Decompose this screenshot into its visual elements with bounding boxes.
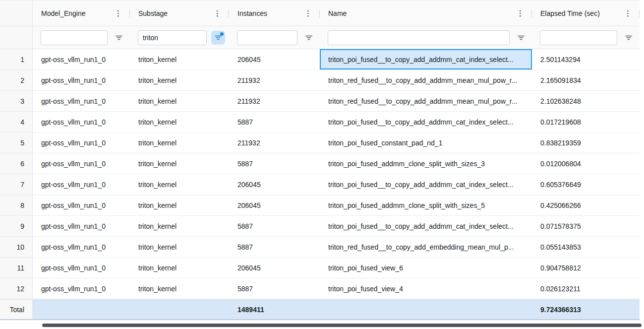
column-header-elapsed-time[interactable]: Elapsed Time (sec) ⋮ xyxy=(532,0,640,26)
row-number: 10 xyxy=(0,237,33,257)
cell-instances[interactable]: 211932 xyxy=(229,91,320,111)
cell-substage[interactable]: triton_kernel xyxy=(130,237,229,257)
name-filter-input[interactable] xyxy=(328,30,510,45)
cell-model-engine[interactable]: gpt-oss_vllm_run1_0 xyxy=(33,216,130,236)
funnel-icon xyxy=(214,34,222,42)
filter-icon-button[interactable] xyxy=(622,31,636,45)
cell-model-engine[interactable]: gpt-oss_vllm_run1_0 xyxy=(33,153,130,174)
cell-name[interactable]: triton_poi_fused_addmm_clone_split_with_… xyxy=(320,195,532,215)
table-row: 11 gpt-oss_vllm_run1_0 triton_kernel 206… xyxy=(0,258,640,278)
cell-model-engine[interactable]: gpt-oss_vllm_run1_0 xyxy=(33,174,130,195)
column-menu-icon[interactable]: ⋮ xyxy=(112,9,125,17)
cell-instances[interactable]: 5887 xyxy=(229,278,320,299)
cell-instances[interactable]: 206045 xyxy=(229,49,320,69)
cell-elapsed-time[interactable]: 2.165091834 xyxy=(532,70,640,90)
cell-model-engine[interactable]: gpt-oss_vllm_run1_0 xyxy=(33,91,130,111)
table-row: 10 gpt-oss_vllm_run1_0 triton_kernel 588… xyxy=(0,237,640,258)
model-engine-filter-input[interactable] xyxy=(41,30,108,45)
column-header-name[interactable]: Name ⋮ xyxy=(320,0,532,26)
cell-model-engine[interactable]: gpt-oss_vllm_run1_0 xyxy=(33,237,130,257)
instances-filter-input[interactable] xyxy=(237,30,297,45)
cell-substage[interactable]: triton_kernel xyxy=(130,195,229,215)
cell-elapsed-time[interactable]: 0.838219359 xyxy=(532,132,640,153)
cell-name[interactable]: triton_poi_fused__to_copy_add_addmm_cat_… xyxy=(320,174,532,195)
cell-name[interactable]: triton_poi_fused__to_copy_add_addmm_cat_… xyxy=(320,49,532,69)
cell-substage[interactable]: triton_kernel xyxy=(130,216,229,236)
cell-model-engine[interactable]: gpt-oss_vllm_run1_0 xyxy=(33,258,130,278)
cell-elapsed-time[interactable]: 0.026123211 xyxy=(532,278,640,299)
cell-substage[interactable]: triton_kernel xyxy=(130,153,229,174)
column-label: Elapsed Time (sec) xyxy=(540,9,621,17)
filter-icon-button[interactable] xyxy=(112,31,126,45)
column-header-substage[interactable]: Substage ⋮ xyxy=(130,0,229,26)
total-instances: 1489411 xyxy=(229,300,320,319)
row-number: 5 xyxy=(0,132,33,153)
cell-instances[interactable]: 5887 xyxy=(229,216,320,236)
elapsed-time-filter-input[interactable] xyxy=(540,30,617,45)
filter-icon-button[interactable] xyxy=(302,31,316,45)
horizontal-scrollbar[interactable] xyxy=(42,324,642,327)
total-elapsed-time: 9.724366313 xyxy=(532,300,640,319)
filter-icon-button-active[interactable] xyxy=(211,31,225,45)
cell-name[interactable]: triton_poi_fused_constant_pad_nd_1 xyxy=(320,132,532,153)
cell-instances[interactable]: 211932 xyxy=(229,70,320,90)
column-header-model-engine[interactable]: Model_Engine ⋮ xyxy=(33,0,130,26)
cell-substage[interactable]: triton_kernel xyxy=(130,132,229,153)
cell-instances[interactable]: 206045 xyxy=(229,174,320,195)
column-headers: Model_Engine ⋮ Substage ⋮ Instances ⋮ Na… xyxy=(0,0,640,26)
row-number: 12 xyxy=(0,278,33,299)
row-number: 2 xyxy=(0,70,33,90)
cell-instances[interactable]: 5887 xyxy=(229,153,320,174)
cell-name[interactable]: triton_red_fused__to_copy_add_embedding_… xyxy=(320,237,532,257)
cell-model-engine[interactable]: gpt-oss_vllm_run1_0 xyxy=(33,132,130,153)
table-row: 6 gpt-oss_vllm_run1_0 triton_kernel 5887… xyxy=(0,153,640,174)
cell-name[interactable]: triton_poi_fused__to_copy_add_addmm_cat_… xyxy=(320,216,532,236)
cell-elapsed-time[interactable]: 0.605376649 xyxy=(532,174,640,195)
cell-model-engine[interactable]: gpt-oss_vllm_run1_0 xyxy=(33,49,130,69)
column-menu-icon[interactable]: ⋮ xyxy=(301,9,315,17)
substage-filter-input[interactable] xyxy=(138,30,207,45)
cell-substage[interactable]: triton_kernel xyxy=(130,112,229,132)
cell-instances[interactable]: 5887 xyxy=(229,237,320,257)
column-menu-icon[interactable]: ⋮ xyxy=(621,9,635,17)
cell-name[interactable]: triton_poi_fused_view_6 xyxy=(320,258,532,278)
cell-name[interactable]: triton_poi_fused_addmm_clone_split_with_… xyxy=(320,153,532,174)
table-row: 3 gpt-oss_vllm_run1_0 triton_kernel 2119… xyxy=(0,91,640,112)
cell-substage[interactable]: triton_kernel xyxy=(130,278,229,299)
funnel-icon xyxy=(517,34,525,42)
table-row: 8 gpt-oss_vllm_run1_0 triton_kernel 2060… xyxy=(0,195,640,216)
cell-substage[interactable]: triton_kernel xyxy=(130,258,229,278)
cell-substage[interactable]: triton_kernel xyxy=(130,70,229,90)
cell-model-engine[interactable]: gpt-oss_vllm_run1_0 xyxy=(33,70,130,90)
cell-model-engine[interactable]: gpt-oss_vllm_run1_0 xyxy=(33,278,130,299)
total-spacer-substage xyxy=(130,300,229,319)
cell-model-engine[interactable]: gpt-oss_vllm_run1_0 xyxy=(33,112,130,132)
filter-icon-button[interactable] xyxy=(514,31,528,45)
cell-name[interactable]: triton_poi_fused__to_copy_add_addmm_cat_… xyxy=(320,112,532,132)
cell-instances[interactable]: 211932 xyxy=(229,132,320,153)
cell-instances[interactable]: 206045 xyxy=(229,258,320,278)
cell-substage[interactable]: triton_kernel xyxy=(130,174,229,195)
cell-model-engine[interactable]: gpt-oss_vllm_run1_0 xyxy=(33,195,130,215)
cell-instances[interactable]: 5887 xyxy=(229,112,320,132)
cell-instances[interactable]: 206045 xyxy=(229,195,320,215)
cell-elapsed-time[interactable]: 0.055143853 xyxy=(532,237,640,257)
cell-name[interactable]: triton_red_fused__to_copy_add_addmm_mean… xyxy=(320,70,532,90)
column-header-instances[interactable]: Instances ⋮ xyxy=(229,0,320,26)
row-number: 8 xyxy=(0,195,33,215)
cell-substage[interactable]: triton_kernel xyxy=(130,91,229,111)
cell-name[interactable]: triton_poi_fused_view_4 xyxy=(320,278,532,299)
column-menu-icon[interactable]: ⋮ xyxy=(211,9,224,17)
cell-elapsed-time[interactable]: 0.017219608 xyxy=(532,112,640,132)
total-label: Total xyxy=(0,300,33,319)
cell-name[interactable]: triton_red_fused__to_copy_add_addmm_mean… xyxy=(320,91,532,111)
cell-elapsed-time[interactable]: 2.501143294 xyxy=(532,49,640,69)
cell-elapsed-time[interactable]: 0.071578375 xyxy=(532,216,640,236)
total-row: Total 1489411 9.724366313 xyxy=(0,299,640,320)
cell-elapsed-time[interactable]: 0.425066266 xyxy=(532,195,640,215)
cell-substage[interactable]: triton_kernel xyxy=(130,49,229,69)
cell-elapsed-time[interactable]: 0.904758812 xyxy=(532,258,640,278)
cell-elapsed-time[interactable]: 0.012006804 xyxy=(532,153,640,174)
cell-elapsed-time[interactable]: 2.102638248 xyxy=(532,91,640,111)
column-menu-icon[interactable]: ⋮ xyxy=(514,9,527,17)
